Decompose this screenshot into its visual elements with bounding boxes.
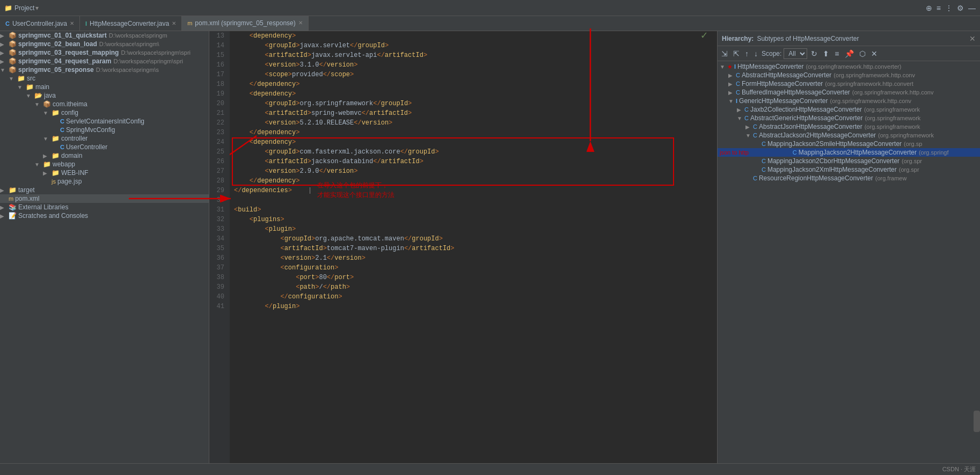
h-expand-arrow: ▼ — [720, 64, 727, 70]
folder-icon: 📁 — [52, 135, 60, 142]
nav-prev-icon[interactable]: ↑ — [743, 48, 750, 59]
hierarchy-title: Hierarchy: — [722, 35, 754, 42]
tree-item-springmvc02[interactable]: ▶ 📦 springmvc_02_bean_load D:\workspace\… — [0, 40, 209, 48]
h-item-AbstractGenericHttpMessageConverter[interactable]: ▼ C AbstractGenericHttpMessageConverter … — [718, 114, 980, 122]
scroll-handle[interactable] — [974, 411, 980, 432]
h-interface-icon: I — [736, 98, 737, 104]
hierarchy-tree: ▼ ★ I HttpMessageConverter (org.springfr… — [718, 61, 980, 475]
highlighted-dependency-block: <dependency> <groupId>com.fasterxml.jack… — [234, 137, 717, 186]
h-class-icon: C — [744, 115, 749, 121]
status-text: CSDN · 天涯 — [942, 465, 976, 473]
code-line-19: <dependency> — [234, 89, 717, 99]
h-item-MappingJackson2CborHttpMessageConverter[interactable]: C MappingJackson2CborHttpMessageConverte… — [718, 157, 980, 165]
h-item-BufferedImageHttpMessageConverter[interactable]: ▶ C BufferedImageHttpMessageConverter (o… — [718, 88, 980, 97]
tree-item-config[interactable]: ▼ 📁 config — [0, 108, 209, 117]
collapse-arrow: ▼ — [43, 136, 52, 142]
hierarchy-subtitle: Subtypes of HttpMessageConverter — [757, 35, 859, 42]
scope-dropdown[interactable]: All — [784, 48, 807, 59]
export-icon[interactable]: ⬡ — [858, 48, 867, 59]
h-item-Jaxb2CollectionHttpMessageConverter[interactable]: ▶ C Jaxb2CollectionHttpMessageConverter … — [718, 105, 980, 114]
toolbar-icon-more[interactable]: ⋮ — [945, 4, 953, 12]
scratches-icon: 📝 — [9, 212, 17, 220]
module-icon: 📦 — [9, 49, 17, 56]
tree-item-user-controller[interactable]: C UserController — [0, 143, 209, 151]
tree-item-page-jsp[interactable]: js page.jsp — [0, 177, 209, 186]
h-item-MappingJackson2XmlHttpMessageConverter[interactable]: C MappingJackson2XmlHttpMessageConverter… — [718, 165, 980, 174]
h-expand-arrow: ▶ — [728, 90, 736, 96]
collapse-arrow: ▶ — [43, 170, 52, 176]
project-label[interactable]: Project — [14, 4, 34, 12]
project-sidebar: ▶ 📦 springmvc_01_01_quickstart D:\worksp… — [0, 31, 209, 475]
folder-icon: 📁 — [9, 186, 17, 194]
tree-item-webapp[interactable]: ▼ 📁 webapp — [0, 160, 209, 169]
tree-item-java[interactable]: ▼ 📂 java — [0, 91, 209, 100]
tree-item-src[interactable]: ▼ 📁 src — [0, 74, 209, 83]
hierarchy-header: Hierarchy: Subtypes of HttpMessageConver… — [718, 31, 980, 46]
collapse-arrow: ▶ — [43, 153, 52, 159]
tree-item-springmvc01[interactable]: ▶ 📦 springmvc_01_01_quickstart D:\worksp… — [0, 31, 209, 40]
close-hierarchy-icon[interactable]: ✕ — [969, 34, 976, 43]
tree-item-servlet-config[interactable]: C ServletContainersInitConfig — [0, 117, 209, 126]
tab-pom-xml[interactable]: m pom.xml (springmvc_05_response) ✕ — [182, 16, 309, 31]
expand-hierarchy-icon[interactable]: ⇲ — [720, 48, 729, 59]
tab-user-controller[interactable]: C UserController.java ✕ — [0, 16, 80, 31]
pin-icon[interactable]: 📌 — [843, 48, 855, 59]
h-item-GenericHttpMessageConverter[interactable]: ▼ I GenericHttpMessageConverter (org.spr… — [718, 97, 980, 105]
collapse-arrow: ▶ — [0, 41, 9, 47]
h-class-icon: C — [762, 141, 766, 147]
tree-item-scratches[interactable]: ▶ 📝 Scratches and Consoles — [0, 211, 209, 220]
toolbar-icon-settings[interactable]: ⚙ — [957, 4, 964, 12]
tree-item-springmvc05[interactable]: ▼ 📦 springmvc_05_response D:\workspace\s… — [0, 65, 209, 74]
code-line-14: <groupId>javax.servlet</groupId> — [234, 41, 717, 50]
tree-item-com-itheima[interactable]: ▼ 📦 com.itheima — [0, 100, 209, 108]
collapse-arrow: ▼ — [34, 162, 43, 167]
tree-item-target[interactable]: ▶ 📁 target — [0, 186, 209, 194]
tree-item-main[interactable]: ▼ 📁 main — [0, 83, 209, 91]
tree-item-external-libs[interactable]: ▶ 📚 External Libraries — [0, 203, 209, 211]
package-icon: 📦 — [43, 100, 51, 108]
h-item-ResourceRegionHttpMessageConverter[interactable]: C ResourceRegionHttpMessageConverter (or… — [718, 174, 980, 182]
nav-next-icon[interactable]: ↓ — [752, 48, 759, 59]
code-content[interactable]: ✓ <dependency> <groupId>javax.servlet</g… — [230, 31, 717, 475]
tree-item-domain[interactable]: ▶ 📁 domain — [0, 151, 209, 160]
tree-item-webinf[interactable]: ▶ 📁 WEB-INF — [0, 169, 209, 177]
h-item-FormHttpMessageConverter[interactable]: ▶ C FormHttpMessageConverter (org.spring… — [718, 79, 980, 88]
collapse-arrow: ▶ — [0, 204, 9, 210]
tab-close-icon[interactable]: ✕ — [298, 20, 303, 26]
flatten-icon[interactable]: ≡ — [833, 48, 840, 59]
h-item-MappingJackson2SmileHttpMessageConverter[interactable]: C MappingJackson2SmileHttpMessageConvert… — [718, 140, 980, 148]
toolbar-icon-add[interactable]: ⊕ — [926, 4, 932, 12]
h-item-HttpMessageConverter[interactable]: ▼ ★ I HttpMessageConverter (org.springfr… — [718, 62, 980, 71]
title-bar: 📁 Project ▾ ⊕ ≡ ⋮ ⚙ — — [0, 0, 980, 16]
h-item-MappingJackson2HttpMessageConverter[interactable]: json to http C MappingJackson2HttpMessag… — [718, 148, 980, 157]
close-icon[interactable]: ✕ — [869, 48, 879, 59]
code-editor[interactable]: 1314151617 1819202122 2324252627 2829303… — [209, 31, 717, 475]
libs-icon: 📚 — [9, 203, 17, 211]
toolbar-icon-minimize[interactable]: — — [968, 4, 976, 12]
tree-item-springmvc03[interactable]: ▶ 📦 springmvc_03_request_mapping D:\work… — [0, 48, 209, 57]
toolbar-icon-list[interactable]: ≡ — [937, 4, 941, 12]
project-dropdown-icon[interactable]: ▾ — [35, 4, 39, 12]
up-icon[interactable]: ⬆ — [821, 48, 831, 59]
collapse-arrow: ▼ — [43, 110, 52, 116]
h-item-AbstractHttpMessageConverter[interactable]: ▶ C AbstractHttpMessageConverter (org.sp… — [718, 71, 980, 79]
title-toolbar: ⊕ ≡ ⋮ ⚙ — — [926, 4, 976, 12]
collapse-hierarchy-icon[interactable]: ⇱ — [732, 48, 741, 59]
folder-icon: 📁 — [26, 83, 34, 91]
h-item-AbstractJsonHttpMessageConverter[interactable]: ▶ C AbstractJsonHttpMessageConverter (or… — [718, 122, 980, 131]
json-to-http-label: json to http — [720, 149, 749, 156]
h-expand-arrow: ▼ — [737, 115, 744, 121]
tab-close-icon[interactable]: ✕ — [70, 20, 74, 26]
refresh-icon[interactable]: ↻ — [809, 48, 819, 59]
java-class-icon: C — [60, 127, 64, 133]
collapse-arrow: ▶ — [0, 187, 9, 193]
tab-close-icon[interactable]: ✕ — [172, 20, 176, 26]
tree-item-pom-xml[interactable]: m pom.xml — [0, 194, 209, 203]
tree-item-spring-mvc-config[interactable]: C SpringMvcConfig — [0, 126, 209, 134]
tree-item-controller[interactable]: ▼ 📁 controller — [0, 134, 209, 143]
h-item-AbstractJackson2HttpMessageConverter[interactable]: ▼ C AbstractJackson2HttpMessageConverter… — [718, 131, 980, 140]
code-line-23: </dependency> — [234, 128, 717, 137]
module-icon: 📦 — [9, 57, 17, 65]
tab-http-message-converter[interactable]: I HttpMessageConverter.java ✕ — [80, 16, 182, 31]
tree-item-springmvc04[interactable]: ▶ 📦 springmvc_04_request_param D:\worksp… — [0, 57, 209, 65]
